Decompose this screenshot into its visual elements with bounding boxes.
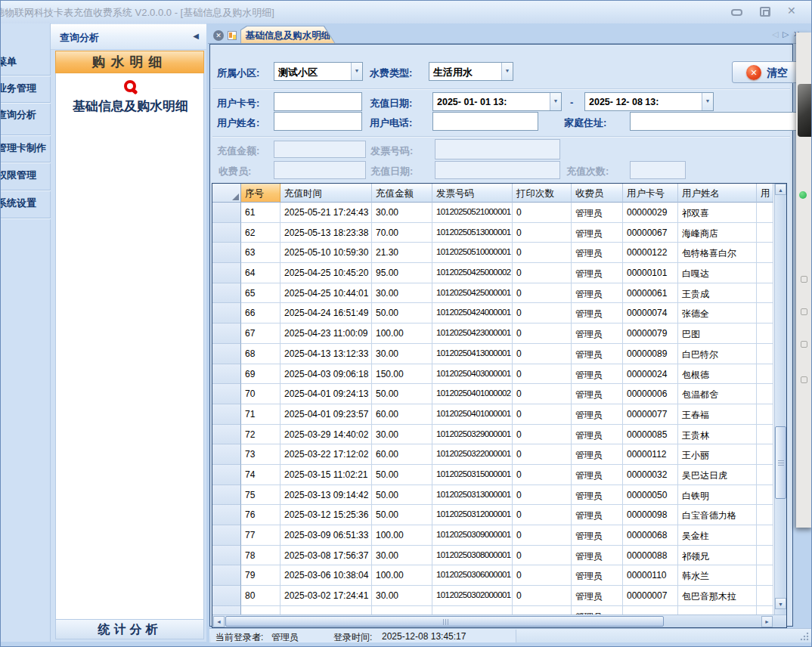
row-selector-cell[interactable] [212,303,241,324]
row-selector-cell[interactable] [212,263,241,283]
table-cell: 10120250401000002 [432,384,513,404]
chevron-down-icon[interactable]: ▼ [550,93,561,110]
table-row[interactable]: 792025-03-06 10:38:04100.001012025030600… [212,565,773,586]
column-header-user-name[interactable]: 用户姓名 [678,184,757,203]
date-to-picker[interactable]: 2025- 12- 08 13: ▼ [584,92,714,111]
tab-scroll-left-icon[interactable]: ◁ [772,29,778,39]
table-row[interactable]: 642025-04-25 10:45:2095.0010120250425000… [212,263,773,283]
restore-button[interactable] [760,7,770,17]
column-header-card-no[interactable]: 用户卡号 [623,184,678,203]
table-row[interactable]: 802025-03-02 17:24:4130.0010120250302000… [212,586,773,606]
scroll-up-icon[interactable]: ▲ [775,184,786,195]
sidebar-group-header[interactable]: 购水明细 [55,51,204,73]
chevron-down-icon[interactable]: ▼ [351,63,362,80]
row-selector-cell[interactable] [212,586,241,606]
row-selector-cell[interactable] [212,444,241,465]
sidebar-item-basic-info[interactable]: 基础信息及购水明细 [56,98,205,115]
table-row[interactable]: 612025-05-21 17:24:4330.0010120250521000… [212,203,773,223]
row-selector-cell[interactable] [212,565,241,586]
row-selector-cell[interactable] [212,505,241,525]
community-select[interactable]: 测试小区 ▼ [274,62,363,81]
tab-basic-info[interactable]: 基础信息及购水明细 [240,26,336,44]
table-cell: 白铁明 [678,485,757,506]
nav-item-menu[interactable]: 菜单 [0,55,17,69]
scroll-left-icon[interactable]: ◄ [213,616,225,627]
column-header-serial[interactable]: 序号 [241,184,280,203]
table-cell: 管理员 [572,606,623,614]
row-selector-cell[interactable] [212,384,241,404]
table-row[interactable]: 662025-04-24 16:51:4950.0010120250424000… [212,303,773,324]
column-header-amount[interactable]: 充值金额 [372,184,432,203]
tab-scroll-right-icon[interactable]: ▷ [783,29,789,39]
column-header-invoice[interactable]: 发票号码 [432,184,513,203]
user-phone-input[interactable] [432,112,538,131]
nav-item-settings[interactable]: 系统设置 [0,197,36,210]
table-row[interactable]: 722025-03-29 14:40:0230.0010120250329000… [212,425,773,445]
resize-grip[interactable] [800,632,809,641]
horizontal-scrollbar-thumb[interactable] [225,616,664,627]
horizontal-scrollbar[interactable]: ◄ ► [212,614,786,627]
row-selector-cell[interactable] [212,606,241,614]
row-selector-header[interactable] [212,184,241,203]
table-row[interactable]: 632025-05-10 10:59:3021.3010120250510000… [212,243,773,263]
close-button[interactable]: ✕ [787,5,795,17]
column-header-print-count[interactable]: 打印次数 [513,184,572,203]
nav-item-business[interactable]: 业务管理 [0,82,36,95]
row-selector-cell[interactable] [212,364,241,385]
table-cell: 白嘎达 [678,263,757,283]
table-row[interactable]: 692025-04-03 09:06:18150.001012025040300… [212,364,773,385]
date-from-picker[interactable]: 2025- 01- 01 13: ▼ [432,92,562,111]
vertical-scrollbar-thumb[interactable] [775,426,786,499]
table-row[interactable]: 672025-04-23 11:00:09100.001012025042300… [212,324,773,344]
row-selector-cell[interactable] [212,404,241,425]
minimize-button[interactable] [731,9,742,16]
row-selector-cell[interactable] [212,324,241,344]
table-row[interactable]: 782025-03-08 17:56:3730.0010120250308000… [212,546,773,566]
table-row[interactable]: 732025-03-22 17:12:0260.0010120250322000… [212,444,773,465]
scroll-right-icon[interactable]: ► [761,616,773,627]
column-header-recharge-time[interactable]: 充值时间 [280,184,372,203]
table-row[interactable]: 762025-03-12 15:25:3650.0010120250312000… [212,505,773,525]
tab-close-icon[interactable]: ✕ [213,30,224,41]
card-no-input[interactable] [274,92,362,111]
sidebar-footer-statistics[interactable]: 统计分析 [55,619,204,639]
vertical-scrollbar[interactable]: ▲ ▼ [774,184,786,614]
user-name-input[interactable] [274,112,362,131]
row-selector-cell[interactable] [212,425,241,445]
table-row[interactable]: 742025-03-15 11:02:2150.0010120250315000… [212,465,773,485]
table-row[interactable]: 682025-04-13 13:12:3330.0010120250413000… [212,344,773,364]
row-selector-cell[interactable] [212,485,241,506]
nav-item-permission[interactable]: 权限管理 [0,169,36,182]
chevron-down-icon[interactable]: ▼ [702,93,713,110]
row-selector-cell[interactable] [212,243,241,263]
table-cell-partial [757,303,773,324]
table-row[interactable]: 652025-04-25 10:44:0130.0010120250425000… [212,283,773,304]
row-selector-cell[interactable] [212,344,241,364]
table-row[interactable]: 702025-04-01 09:24:1350.0010120250401000… [212,384,773,404]
row-selector-cell[interactable] [212,546,241,566]
scroll-down-icon[interactable]: ▼ [775,598,786,609]
chevron-down-icon[interactable]: ▼ [501,63,513,80]
table-row[interactable]: 712025-04-01 09:23:5760.0010120250401000… [212,404,773,425]
row-selector-cell[interactable] [212,283,241,304]
column-header-collector[interactable]: 收费员 [572,184,623,203]
row-selector-cell[interactable] [212,465,241,485]
table-row[interactable]: 622025-05-13 18:23:3870.0010120250513000… [212,223,773,243]
table-cell: 0 [513,505,572,525]
table-row[interactable]: 752025-03-13 09:14:4250.0010120250313000… [212,485,773,506]
nav-item-card-making[interactable]: 管理卡制作 [0,141,46,155]
nav-item-query[interactable]: 查询分析 [0,108,36,122]
row-selector-cell[interactable] [212,525,241,546]
row-selector-cell[interactable] [212,203,241,223]
table-row[interactable]: 772025-03-09 06:51:33100.001012025030900… [212,525,773,546]
table-cell-partial [757,546,773,566]
collapse-arrow-icon[interactable]: ◀ [193,32,199,40]
table-cell: 60.00 [372,444,432,465]
table-cell: 30.00 [372,425,432,445]
table-cell: 00000098 [623,505,678,525]
water-type-select[interactable]: 生活用水 ▼ [429,62,513,81]
column-header-partial[interactable]: 用 [757,184,773,203]
row-selector-cell[interactable] [212,223,241,243]
table-row[interactable]: 管理员 [212,606,773,614]
address-input[interactable] [630,112,808,131]
